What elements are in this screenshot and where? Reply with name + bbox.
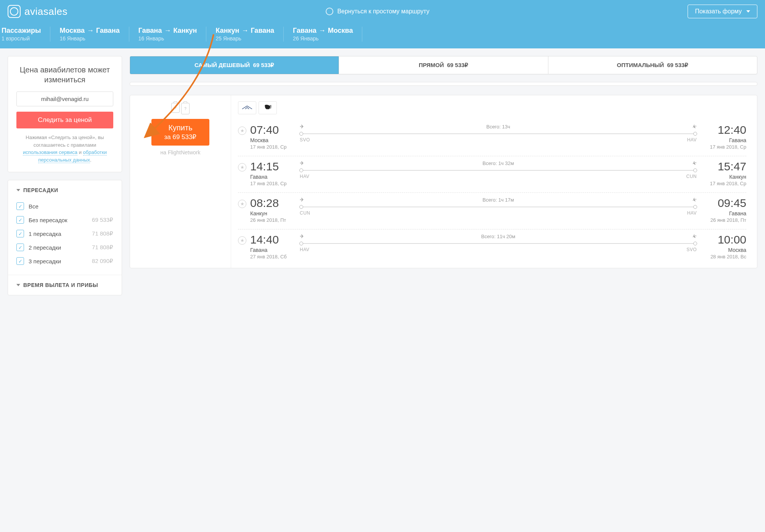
filter-title: ВРЕМЯ ВЫЛЕТА И ПРИБЫ [23,282,98,288]
show-form-button[interactable]: Показать форму [688,5,757,18]
passengers-value: 1 взрослый [2,35,41,42]
filter-option[interactable]: ✓ Все [16,199,113,213]
passengers-label: Пассажиры [2,27,41,35]
chevron-down-icon [16,284,20,286]
logo[interactable]: aviasales [8,5,68,18]
passengers-block[interactable]: Пассажиры 1 взрослый [0,27,50,42]
leg-from: Канкун [215,27,239,34]
sort-tabs: САМЫЙ ДЕШЕВЫЙ 69 533₽ ПРЯМОЙ 69 533₽ ОПТ… [130,56,757,74]
arrival-code: CUN [686,174,697,179]
subscribe-card: Цена авиабилетов может измениться Следит… [8,56,122,172]
leg-date: 16 Январь [59,35,119,42]
buy-button[interactable]: Купить за 69 533₽ [151,119,210,146]
track-price-button[interactable]: Следить за ценой [16,112,113,128]
departure-code: HAV [300,247,309,252]
checkbox-icon[interactable]: ✓ [16,257,24,265]
arrival-date: 17 янв 2018, Ср [701,181,746,186]
checkbox-icon[interactable]: ✓ [16,216,24,224]
carry-on-icon: ? [171,103,180,113]
filter-price: 71 808₽ [92,244,113,251]
logo-icon [8,5,21,18]
simple-route-label: Вернуться к простому маршруту [337,8,429,15]
duration: Всего: 13ч [486,124,510,130]
filter-option[interactable]: ✓ Без пересадок 69 533₽ [16,213,113,227]
terms-link[interactable]: использования сервиса [23,149,77,155]
flight-segment: ★ 08:28 Канкун 26 янв 2018, Пт ✈ Всего: … [238,193,746,229]
filter-price: 82 090₽ [92,258,113,264]
plane-takeoff-icon: ✈ [300,233,304,239]
filter-option[interactable]: ✓ 2 пересадки 71 808₽ [16,240,113,254]
airline-logo-aeromexico [259,101,277,114]
leg-date: 16 Январь [138,35,197,42]
departure-date: 27 янв 2018, Сб [250,254,296,260]
filter-option[interactable]: ✓ 1 пересадка 71 808₽ [16,227,113,240]
leg-to: Москва [328,27,353,34]
departure-time: 07:40 [250,123,296,136]
tab-label: САМЫЙ ДЕШЕВЫЙ [194,62,250,68]
buy-label: Купить [164,123,197,132]
departure-code: SVO [300,137,310,143]
checkbox-icon[interactable]: ✓ [16,230,24,237]
route-leg[interactable]: Канкун→Гавана 25 Январь [206,27,284,42]
arrival-date: 26 янв 2018, Пт [701,217,746,223]
disclaimer-text: Нажимая «Следить за ценой», вы соглашает… [26,135,104,148]
arrival-code: HAV [687,210,697,216]
departure-filter[interactable]: ВРЕМЯ ВЫЛЕТА И ПРИБЫ [8,275,122,295]
checkbox-icon[interactable]: ✓ [16,244,24,251]
tab-optimal[interactable]: ОПТИМАЛЬНЫЙ 69 533₽ [548,56,757,74]
leg-to: Гавана [96,27,120,34]
pin-icon[interactable]: ★ [238,200,246,208]
arrival-date: 17 янв 2018, Ср [701,144,746,150]
disclaimer-text: . [90,157,92,163]
header: aviasales Вернуться к простому маршруту … [0,0,765,48]
route-leg[interactable]: Гавана→Канкун 16 Январь [129,27,207,42]
departure-date: 17 янв 2018, Ср [250,181,296,186]
pin-icon[interactable]: ★ [238,163,246,171]
flight-segment: ★ 07:40 Москва 17 янв 2018, Ср ✈ Всего: … [238,120,746,156]
arrival-city: Москва [701,247,746,253]
leg-to: Канкун [173,27,197,34]
route-leg[interactable]: Гавана→Москва 26 Январь [284,27,362,42]
filters-card: ПЕРЕСАДКИ ✓ Все ✓ Без пересадок 69 533₽✓… [8,180,122,295]
leg-from: Гавана [138,27,162,34]
departure-city: Гавана [250,247,296,253]
departure-city: Москва [250,137,296,143]
filter-title: ПЕРЕСАДКИ [23,187,58,193]
brand-name: aviasales [24,6,68,18]
leg-date: 25 Январь [215,35,274,42]
duration: Всего: 1ч 32м [482,160,514,166]
arrival-time: 09:45 [701,197,746,210]
leg-from: Гавана [293,27,317,34]
arrival-date: 28 янв 2018, Вс [701,254,746,260]
subscribe-title: Цена авиабилетов может измениться [16,65,113,85]
departure-code: HAV [300,174,309,179]
email-input[interactable] [16,91,113,106]
airline-logo-aeroflot [238,101,256,114]
pin-icon[interactable]: ★ [238,127,246,135]
leg-from: Москва [59,27,85,34]
tab-label: ОПТИМАЛЬНЫЙ [617,62,664,68]
filter-label: Все [29,203,113,210]
checkbox-icon[interactable]: ✓ [16,202,24,210]
tab-price: 69 533₽ [447,62,468,68]
tab-direct[interactable]: ПРЯМОЙ 69 533₽ [339,56,548,74]
arrival-time: 15:47 [701,160,746,173]
disclaimer-text: и [77,149,83,155]
leg-date: 26 Январь [293,35,353,42]
tab-cheapest[interactable]: САМЫЙ ДЕШЕВЫЙ 69 533₽ [130,56,339,74]
filter-label: 1 пересадка [29,231,92,237]
plane-landing-icon: ✈ [691,123,698,130]
route-leg[interactable]: Москва→Гавана 16 Январь [50,27,129,42]
pin-icon[interactable]: ★ [238,236,246,245]
flight-segment: ★ 14:15 Гавана 17 янв 2018, Ср ✈ Всего: … [238,156,746,193]
filter-price: 69 533₽ [92,216,113,223]
departure-time: 14:40 [250,233,296,246]
departure-time: 08:28 [250,197,296,210]
chevron-down-icon [16,189,20,191]
simple-route-link[interactable]: Вернуться к простому маршруту [68,8,688,15]
arrival-city: Гавана [701,210,746,216]
departure-city: Канкун [250,210,296,216]
filter-option[interactable]: ✓ 3 пересадки 82 090₽ [16,254,113,268]
transfers-filter[interactable]: ПЕРЕСАДКИ ✓ Все ✓ Без пересадок 69 533₽✓… [8,180,122,275]
plane-landing-icon: ✈ [691,159,698,167]
